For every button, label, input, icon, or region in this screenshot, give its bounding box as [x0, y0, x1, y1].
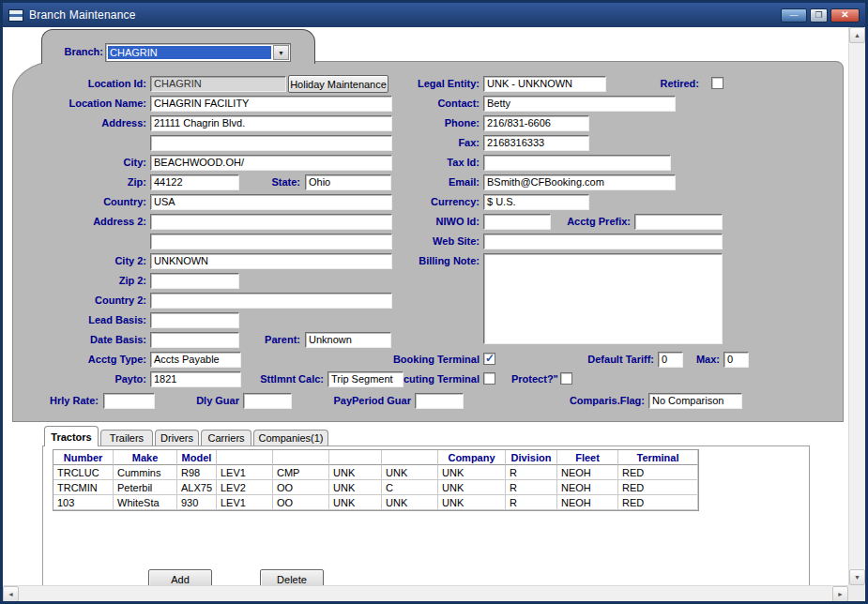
- minimize-button[interactable]: —: [781, 8, 807, 23]
- lead-basis-field[interactable]: [150, 312, 239, 328]
- comparis-flag-field[interactable]: No Comparison: [648, 393, 742, 409]
- zip2-label: Zip 2:: [28, 275, 146, 287]
- tab-tractors[interactable]: Tractors: [44, 426, 99, 446]
- cell: TRCLUC: [53, 465, 114, 480]
- cell: R98: [177, 465, 217, 480]
- acctg-prefix-label: Acctg Prefix:: [554, 216, 631, 228]
- lead-basis-label: Lead Basis:: [28, 314, 146, 326]
- cell: NEOH: [557, 465, 618, 480]
- branch-combo-value: CHAGRIN: [108, 46, 271, 59]
- table-row[interactable]: TRCMIN Peterbil ALX75 LEV2 OO UNK C UNK …: [53, 480, 698, 495]
- scroll-down-icon[interactable]: ▼: [849, 569, 865, 585]
- chevron-down-icon[interactable]: ▼: [273, 45, 289, 60]
- cell: LEV2: [217, 480, 273, 495]
- grid-header-row: Number Make Model Company Division Fleet…: [53, 450, 698, 465]
- retired-checkbox[interactable]: [711, 77, 723, 89]
- column-header: Number: [53, 450, 114, 465]
- booking-terminal-label: Booking Terminal: [319, 354, 480, 366]
- fax-field[interactable]: 2168316333: [483, 135, 589, 151]
- zip2-field[interactable]: [150, 273, 239, 289]
- table-row[interactable]: TRCLUC Cummins R98 LEV1 CMP UNK UNK UNK …: [53, 465, 698, 480]
- hrly-rate-field[interactable]: [103, 393, 155, 409]
- column-header: [329, 450, 382, 465]
- dly-guar-field[interactable]: [243, 393, 292, 409]
- tab-companies[interactable]: Companies(1): [253, 430, 328, 445]
- acctg-type-label: Acctg Type:: [28, 354, 146, 366]
- contact-label: Contact:: [319, 98, 480, 110]
- cell: LEV1: [217, 465, 273, 480]
- acctg-type-field[interactable]: Accts Payable: [150, 352, 241, 368]
- phone-label: Phone:: [319, 117, 480, 129]
- maximize-button[interactable]: ❐: [810, 8, 828, 23]
- billing-note-label: Billing Note:: [319, 255, 480, 267]
- branch-label: Branch:: [52, 46, 103, 58]
- horizontal-scrollbar[interactable]: ◄ ►: [3, 585, 848, 601]
- cell: OO: [273, 495, 329, 510]
- tab-drivers[interactable]: Drivers: [155, 430, 199, 445]
- date-basis-label: Date Basis:: [28, 334, 146, 346]
- cell: R: [506, 480, 557, 495]
- close-button[interactable]: ✕: [830, 8, 860, 23]
- tab-carriers[interactable]: Carriers: [201, 430, 251, 445]
- niwo-id-field[interactable]: [483, 214, 551, 230]
- email-label: Email:: [319, 176, 480, 189]
- table-row[interactable]: 103 WhiteSta 930 LEV1 OO UNK UNK UNK R N…: [53, 495, 698, 510]
- booking-terminal-checkbox[interactable]: [483, 353, 495, 365]
- tab-trailers[interactable]: Trailers: [100, 430, 153, 445]
- protect-label: Protect?": [511, 373, 556, 385]
- payto-field[interactable]: 1821: [150, 371, 241, 387]
- column-header: Make: [114, 450, 177, 465]
- scrollbar-corner: [848, 585, 865, 601]
- web-site-field[interactable]: [483, 234, 723, 249]
- niwo-id-label: NIWO Id:: [319, 216, 480, 228]
- address2-label: Address 2:: [28, 216, 146, 228]
- parent-field[interactable]: Unknown: [305, 332, 391, 348]
- country-label: Country:: [28, 196, 146, 208]
- window-title: Branch Maintenance: [29, 8, 136, 22]
- phone-field[interactable]: 216/831-6606: [483, 115, 589, 131]
- currency-label: Currency:: [319, 196, 480, 208]
- scroll-up-icon[interactable]: ▲: [849, 27, 865, 43]
- max-field[interactable]: 0: [723, 352, 749, 368]
- column-header: [217, 450, 273, 465]
- payto-label: Payto:: [28, 373, 146, 385]
- legal-entity-field[interactable]: UNK - UNKNOWN: [483, 76, 606, 92]
- scroll-right-icon[interactable]: ►: [832, 586, 848, 602]
- billing-note-field[interactable]: [483, 253, 723, 344]
- cell: WhiteSta: [114, 495, 177, 510]
- cell: NEOH: [557, 495, 618, 510]
- location-id-field[interactable]: CHAGRIN: [150, 76, 286, 92]
- default-tariff-field[interactable]: 0: [658, 352, 683, 368]
- legal-entity-label: Legal Entity:: [319, 78, 480, 90]
- cell: Peterbil: [114, 480, 177, 495]
- zip-label: Zip:: [28, 176, 146, 189]
- acctg-prefix-field[interactable]: [634, 214, 723, 230]
- executing-terminal-checkbox[interactable]: [483, 372, 495, 385]
- parent-label: Parent:: [236, 334, 300, 346]
- contact-field[interactable]: Betty: [483, 96, 676, 112]
- cell: UNK: [438, 495, 506, 510]
- zip-field[interactable]: 44122: [150, 174, 239, 190]
- branch-combo[interactable]: CHAGRIN ▼: [105, 43, 291, 62]
- city-label: City:: [28, 157, 146, 169]
- payperiod-guar-field[interactable]: [415, 393, 464, 409]
- payperiod-guar-label: PayPeriod Guar: [319, 395, 411, 407]
- cell: UNK: [382, 465, 438, 480]
- currency-field[interactable]: $ U.S.: [483, 194, 589, 210]
- column-header: [382, 450, 438, 465]
- email-field[interactable]: BSmith@CFBooking.com: [483, 174, 676, 190]
- cell: LEV1: [217, 495, 273, 510]
- vertical-scrollbar[interactable]: ▲ ▼: [848, 27, 865, 585]
- date-basis-field[interactable]: [150, 332, 239, 348]
- location-id-label: Location Id:: [28, 78, 146, 90]
- column-header: Division: [506, 450, 557, 465]
- protect-checkbox[interactable]: [560, 372, 572, 385]
- column-header: Fleet: [557, 450, 618, 465]
- scroll-left-icon[interactable]: ◄: [3, 586, 19, 602]
- titlebar[interactable]: Branch Maintenance — ❐ ✕: [3, 3, 865, 27]
- max-label: Max:: [692, 354, 720, 366]
- executing-terminal-label: cuting Terminal: [375, 373, 480, 385]
- country2-field[interactable]: [150, 293, 392, 309]
- tax-id-field[interactable]: [483, 155, 671, 171]
- location-name-label: Location Name:: [28, 98, 146, 110]
